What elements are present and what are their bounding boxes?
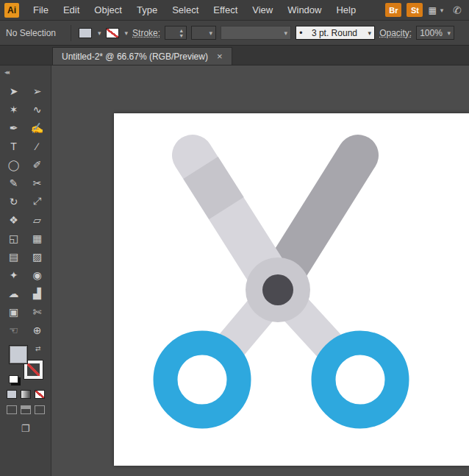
tool-grid: ➤ ➢ ✶ ∿ ✒ ✍ T ∕ ◯ ✐ ✎ ✂ ↻ ⤢ ❖ ▱ ◱ ▦ ▤ ▨ … <box>4 82 47 339</box>
chevron-down-icon: ▾ <box>368 29 372 37</box>
stroke-color-swatch[interactable] <box>106 28 119 38</box>
selection-tool[interactable]: ➤ <box>4 82 24 100</box>
selection-status: No Selection <box>6 28 63 38</box>
document-title: Untitled-2* @ 66.67% (RGB/Preview) <box>62 51 208 62</box>
drawing-mode-row <box>7 405 45 414</box>
chevron-down-icon: ▾ <box>440 7 444 14</box>
document-tab-bar: Untitled-2* @ 66.67% (RGB/Preview) × <box>0 46 469 65</box>
pasteboard[interactable] <box>51 65 469 476</box>
chevron-down-icon: ▾ <box>448 29 451 37</box>
artboard-tool[interactable]: ▣ <box>4 302 24 321</box>
perspective-grid-tool[interactable]: ▦ <box>28 229 47 247</box>
share-screen-icon[interactable]: ✆ <box>453 4 462 16</box>
brush-name: 3 pt. Round <box>312 28 357 38</box>
scissors-left-handle <box>165 343 239 416</box>
width-profile-dropdown[interactable]: ▾ <box>221 26 291 40</box>
curvature-tool[interactable]: ✍ <box>28 118 47 137</box>
ellipse-tool[interactable]: ◯ <box>4 155 24 174</box>
menu-window[interactable]: Window <box>281 1 328 18</box>
opacity-field[interactable]: 100% ▾ <box>416 26 454 40</box>
column-graph-tool[interactable]: ▟ <box>28 284 47 302</box>
change-screen-mode-icon[interactable]: ❐ <box>21 423 30 434</box>
blend-tool[interactable]: ◉ <box>28 266 47 284</box>
scissors-right-handle <box>323 343 397 416</box>
direct-selection-tool[interactable]: ➢ <box>28 82 47 100</box>
chevron-down-icon[interactable]: ▾ <box>98 29 101 37</box>
swap-fill-stroke-icon[interactable]: ⇄ <box>35 345 41 352</box>
scissors-illustration <box>114 113 469 466</box>
draw-normal-button[interactable] <box>7 405 17 414</box>
width-tool[interactable]: ❖ <box>4 210 24 229</box>
fill-color-swatch[interactable] <box>79 28 92 38</box>
menu-select[interactable]: Select <box>165 1 205 18</box>
type-tool[interactable]: T <box>4 137 24 155</box>
brush-definition-dropdown[interactable]: • 3 pt. Round ▾ <box>296 26 375 40</box>
rotate-tool[interactable]: ↻ <box>4 192 24 210</box>
paint-mode-row <box>7 390 45 399</box>
brush-dot-icon: • <box>299 28 302 38</box>
stroke-weight-dropdown[interactable]: ▾ <box>191 26 216 40</box>
free-transform-tool[interactable]: ▱ <box>28 210 47 229</box>
menu-file[interactable]: File <box>26 1 55 18</box>
scissors-blade-shade <box>201 168 226 208</box>
line-segment-tool[interactable]: ∕ <box>28 137 47 155</box>
color-button[interactable] <box>7 390 17 399</box>
shape-builder-tool[interactable]: ◱ <box>4 229 24 247</box>
chevron-down-icon[interactable]: ▾ <box>125 29 129 37</box>
opacity-value: 100% <box>420 28 443 38</box>
stepper-down-icon[interactable]: ▼ <box>179 33 184 38</box>
chevron-down-icon: ▾ <box>210 29 213 37</box>
scale-tool[interactable]: ⤢ <box>28 192 47 210</box>
fill-stroke-indicator: ⇄ <box>9 345 43 383</box>
default-fill-stroke-icon[interactable] <box>9 375 18 383</box>
gradient-tool[interactable]: ▨ <box>28 247 47 266</box>
menu-view[interactable]: View <box>246 1 279 18</box>
collapse-panel-icon[interactable]: ◂◂ <box>0 68 8 79</box>
eyedropper-tool[interactable]: ✦ <box>4 266 24 284</box>
stepper-up-icon[interactable]: ▲ <box>179 28 184 33</box>
close-icon[interactable]: × <box>217 51 223 62</box>
scissors-tool[interactable]: ✂ <box>28 174 47 192</box>
draw-inside-button[interactable] <box>35 405 45 414</box>
mesh-tool[interactable]: ▤ <box>4 247 24 266</box>
menu-type[interactable]: Type <box>130 1 164 18</box>
draw-behind-button[interactable] <box>21 405 31 414</box>
fill-swatch[interactable] <box>9 345 28 364</box>
magic-wand-tool[interactable]: ✶ <box>4 100 24 118</box>
chevron-down-icon: ▾ <box>284 29 288 37</box>
none-button[interactable] <box>35 390 45 399</box>
menu-edit[interactable]: Edit <box>57 1 86 18</box>
workspace-icon: ▦ <box>428 5 436 15</box>
gradient-button[interactable] <box>21 390 31 399</box>
workspace-switcher[interactable]: ▦ ▾ <box>428 5 443 15</box>
pen-tool[interactable]: ✒ <box>4 118 24 137</box>
menu-effect[interactable]: Effect <box>207 1 244 18</box>
slice-tool[interactable]: ✄ <box>28 302 47 321</box>
control-bar: No Selection ▾ ▾ Stroke: ▲ ▼ ▾ ▾ • 3 pt.… <box>0 21 469 46</box>
stock-button[interactable]: St <box>407 3 423 17</box>
symbol-sprayer-tool[interactable]: ☁ <box>4 284 24 302</box>
divider <box>71 25 71 41</box>
illustrator-logo-icon: Ai <box>4 3 19 18</box>
pencil-tool[interactable]: ✎ <box>4 174 24 192</box>
menu-bar: Ai File Edit Object Type Select Effect V… <box>0 0 469 21</box>
menu-help[interactable]: Help <box>329 1 362 18</box>
scissors-pivot-inner <box>262 274 293 305</box>
zoom-tool[interactable]: ⊕ <box>28 321 47 339</box>
artboard[interactable] <box>114 113 469 466</box>
menu-object[interactable]: Object <box>87 1 129 18</box>
stroke-weight-stepper[interactable]: ▲ ▼ <box>165 26 187 40</box>
tools-panel: ◂◂ ➤ ➢ ✶ ∿ ✒ ✍ T ∕ ◯ ✐ ✎ ✂ ↻ ⤢ ❖ ▱ ◱ ▦ ▤… <box>0 65 51 476</box>
bridge-button[interactable]: Br <box>385 3 401 17</box>
hand-tool[interactable]: ☜ <box>4 321 24 339</box>
lasso-tool[interactable]: ∿ <box>28 100 47 118</box>
document-tab[interactable]: Untitled-2* @ 66.67% (RGB/Preview) × <box>52 47 232 65</box>
paintbrush-tool[interactable]: ✐ <box>28 155 47 174</box>
stroke-label[interactable]: Stroke: <box>132 28 160 38</box>
opacity-label[interactable]: Opacity: <box>379 28 412 38</box>
